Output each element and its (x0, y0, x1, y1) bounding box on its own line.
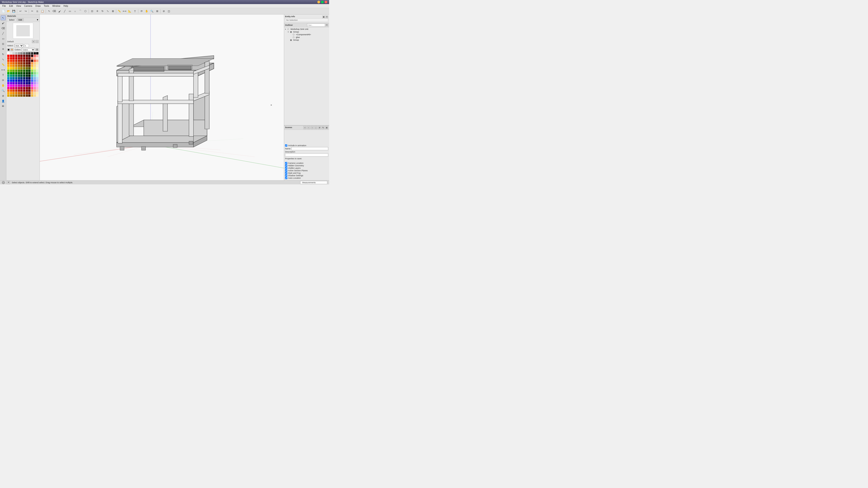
tool-move[interactable]: ✛ (1, 46, 6, 52)
color-swatch[interactable] (10, 94, 12, 97)
color-swatch[interactable] (18, 74, 20, 77)
color-swatch[interactable] (20, 85, 23, 87)
color-swatch[interactable] (31, 92, 33, 94)
color-swatch[interactable] (12, 57, 15, 59)
color-swatch[interactable] (10, 74, 12, 77)
color-swatch[interactable] (20, 79, 23, 82)
tree-item[interactable]: ▾⬡Workshop Sink Unit (285, 28, 328, 31)
color-swatch[interactable] (15, 92, 18, 94)
color-swatch[interactable] (36, 90, 38, 92)
color-swatch[interactable] (7, 90, 9, 92)
color-swatch[interactable] (34, 67, 36, 69)
color-swatch[interactable] (28, 57, 31, 59)
color-swatch[interactable] (18, 92, 20, 94)
color-swatch[interactable] (20, 70, 23, 72)
toolbar-open[interactable]: 📂 (6, 9, 11, 14)
color-swatch[interactable] (28, 65, 31, 67)
color-swatch[interactable] (34, 52, 36, 55)
color-swatch[interactable] (34, 57, 36, 59)
toolbar-scale[interactable]: ⤡ (105, 9, 110, 14)
mat-delete[interactable]: - (35, 40, 39, 43)
color-swatch[interactable] (18, 55, 20, 57)
color-swatch[interactable] (23, 74, 25, 77)
toolbar-rotate[interactable]: ↻ (100, 9, 105, 14)
color-swatch[interactable] (15, 70, 18, 72)
scene-property-checkbox[interactable] (285, 167, 287, 169)
tree-arrow[interactable]: ▾ (288, 31, 290, 33)
tool-scale[interactable]: ⤡ (1, 57, 6, 62)
color-swatch[interactable] (26, 65, 28, 67)
color-swatch[interactable] (26, 90, 28, 92)
tool-pan[interactable]: ✋ (1, 83, 6, 88)
color-swatch[interactable] (23, 90, 25, 92)
tool-rotate[interactable]: ↻ (1, 52, 6, 57)
color-swatch[interactable] (36, 55, 38, 57)
toolbar-arc[interactable]: ⌒ (78, 9, 83, 14)
tool-walkthrough[interactable]: 👤 (1, 98, 6, 103)
toolbar-move[interactable]: ✛ (95, 9, 100, 14)
menu-window[interactable]: Window (51, 4, 62, 7)
scene-property-checkbox[interactable] (285, 177, 287, 179)
color-swatch[interactable] (20, 87, 23, 89)
scene-update[interactable]: ↺ (318, 126, 321, 129)
color-swatch[interactable] (10, 57, 12, 59)
mat-list-icon[interactable]: ☰ (36, 48, 38, 51)
color-swatch[interactable] (15, 82, 18, 84)
toolbar-protractor[interactable]: 📐 (127, 9, 132, 14)
color-swatch[interactable] (10, 79, 12, 82)
scene-move-up[interactable]: ↑ (311, 126, 314, 129)
color-swatch[interactable] (23, 67, 25, 69)
include-animation-checkbox[interactable] (285, 144, 287, 147)
color-swatch[interactable] (10, 92, 12, 94)
tool-zoom[interactable]: 🔍 (1, 88, 6, 93)
color-swatch[interactable] (23, 52, 25, 55)
color-wheel-icon[interactable]: ⬤ (7, 48, 10, 51)
color-swatch[interactable] (18, 57, 20, 59)
color-swatch[interactable] (15, 85, 18, 87)
color-swatch[interactable] (7, 62, 9, 64)
tree-item[interactable]: ⬡<Component#8> (285, 33, 328, 36)
tool-orbit[interactable]: ⟳ (1, 78, 6, 83)
color-swatch[interactable] (12, 55, 15, 57)
color-swatch[interactable] (18, 79, 20, 82)
mat-create[interactable]: + (32, 40, 35, 43)
select-input[interactable] (24, 44, 29, 47)
color-swatch[interactable] (10, 85, 12, 87)
color-swatch[interactable] (31, 79, 33, 82)
toolbar-zoom[interactable]: 🔍 (149, 9, 154, 14)
color-swatch[interactable] (18, 77, 20, 79)
color-swatch[interactable] (36, 70, 38, 72)
color-swatch[interactable] (31, 87, 33, 89)
color-swatch[interactable] (7, 57, 9, 59)
scene-view-list[interactable]: ⊞ (325, 126, 328, 129)
color-swatch[interactable] (23, 79, 25, 82)
color-swatch[interactable] (18, 94, 20, 97)
color-swatch[interactable] (7, 72, 9, 74)
color-swatch[interactable] (20, 65, 23, 67)
toolbar-undo[interactable]: ↩ (18, 9, 23, 14)
color-swatch[interactable] (23, 82, 25, 84)
toolbar-paste[interactable]: 📋 (40, 9, 45, 14)
entity-info-expand[interactable]: ◉ (322, 15, 325, 18)
color-swatch[interactable] (15, 72, 18, 74)
color-swatch[interactable] (23, 60, 25, 62)
color-swatch[interactable] (28, 67, 31, 69)
menu-draw[interactable]: Draw (34, 4, 42, 7)
color-swatch[interactable] (7, 79, 9, 82)
color-swatch[interactable] (12, 94, 15, 97)
tool-tape[interactable]: 📏 (1, 62, 6, 67)
tree-arrow[interactable]: ▾ (285, 28, 287, 30)
color-swatch[interactable] (18, 70, 20, 72)
toolbar-pan[interactable]: ✋ (144, 9, 149, 14)
color-swatch[interactable] (31, 67, 33, 69)
color-swatch[interactable] (28, 62, 31, 64)
color-swatch[interactable] (20, 92, 23, 94)
tool-look-around[interactable]: 👁 (1, 104, 6, 109)
tree-item[interactable]: ▾▣Group (285, 31, 328, 33)
color-swatch[interactable] (31, 85, 33, 87)
color-swatch[interactable] (23, 92, 25, 94)
color-swatch[interactable] (31, 74, 33, 77)
color-swatch[interactable] (26, 72, 28, 74)
tree-item[interactable]: ▣Group (285, 39, 328, 41)
color-swatch[interactable] (15, 62, 18, 64)
